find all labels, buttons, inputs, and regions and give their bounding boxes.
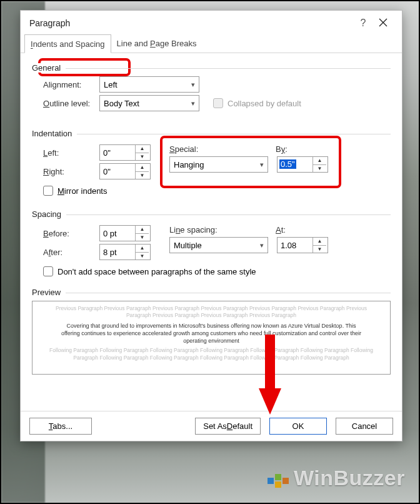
outline-level-label: Outline level: [43,99,99,108]
alignment-select[interactable]: Left ▾ [99,76,199,93]
section-spacing: Spacing [32,209,391,219]
by-spinner[interactable]: 0.5" ▲▼ [277,156,328,173]
preview-sample-text: Covering that ground led to improvements… [59,322,364,345]
spinner-down-icon[interactable]: ▼ [313,165,326,173]
preview-previous-text: Previous Paragraph Previous Paragraph Pr… [44,305,379,320]
section-indentation: Indentation [32,129,391,138]
mirror-indents-checkbox[interactable]: Mirror indents [43,186,391,196]
window-title: Paragraph [29,18,353,28]
section-general: General [32,63,391,73]
indent-right-spinner[interactable]: ▲▼ [99,163,151,179]
section-preview: Preview [32,288,391,297]
alignment-label: Alignment: [43,80,99,89]
tab-line-page-breaks[interactable]: Line and Page Breaks [111,34,202,53]
spinner-down-icon[interactable]: ▼ [136,172,149,179]
preview-following-text: Following Paragraph Following Paragraph … [44,347,379,361]
spinner-down-icon[interactable]: ▼ [136,253,149,260]
at-spinner[interactable]: ▲▼ [277,237,328,253]
indent-left-input[interactable] [100,145,135,160]
indent-left-spinner[interactable]: ▲▼ [99,144,151,161]
indent-left-label: Left: [43,148,99,158]
indent-right-input[interactable] [100,164,135,179]
spinner-down-icon[interactable]: ▼ [313,246,326,253]
no-space-same-style-checkbox[interactable]: Don't add space between paragraphs of th… [43,266,391,276]
cancel-button[interactable]: Cancel [336,418,393,435]
tabs-button[interactable]: Tabs... [29,418,92,435]
tab-bar: Indents and Spacing Line and Page Breaks [21,34,402,53]
preview-box: Previous Paragraph Previous Paragraph Pr… [32,301,391,375]
ok-button[interactable]: OK [269,418,327,435]
collapsed-checkbox: Collapsed by default [213,98,301,108]
content-area: General Alignment: Left ▾ Outline level:… [21,53,402,297]
at-input[interactable] [278,238,312,253]
after-label: After: [43,248,99,257]
svg-rect-0 [268,478,274,484]
chevron-down-icon: ▾ [260,161,264,169]
after-input[interactable] [100,244,135,260]
spinner-up-icon[interactable]: ▲ [136,145,149,153]
special-label: Special: [169,144,276,154]
before-spinner[interactable]: ▲▼ [99,225,151,241]
chevron-down-icon: ▾ [191,81,195,89]
help-button[interactable]: ? [353,18,373,29]
at-label: At: [276,225,286,234]
spinner-up-icon[interactable]: ▲ [313,238,326,246]
logo-icon [266,468,290,489]
chevron-down-icon: ▾ [260,241,264,249]
before-input[interactable] [100,226,135,241]
by-label: By: [276,144,288,154]
spinner-up-icon[interactable]: ▲ [313,157,326,165]
set-default-button[interactable]: Set As Default [195,418,261,435]
special-select[interactable]: Hanging ▾ [169,156,268,173]
watermark: WinBuzzer [266,466,405,490]
spinner-up-icon[interactable]: ▲ [136,226,149,234]
indent-right-label: Right: [43,167,99,176]
spinner-up-icon[interactable]: ▲ [136,164,149,172]
svg-rect-2 [275,481,281,488]
after-spinner[interactable]: ▲▼ [99,244,151,260]
before-label: Before: [43,229,99,238]
chevron-down-icon: ▾ [191,99,195,108]
line-spacing-label: Line spacing: [169,225,276,234]
close-icon [379,18,388,27]
spinner-down-icon[interactable]: ▼ [136,234,149,241]
tab-indents-spacing[interactable]: Indents and Spacing [24,34,111,53]
spinner-up-icon[interactable]: ▲ [136,244,149,253]
svg-rect-3 [282,478,289,484]
svg-rect-1 [275,474,281,480]
title-bar: Paragraph ? [21,11,402,36]
outline-level-select[interactable]: Body Text ▾ [99,95,199,111]
close-button[interactable] [373,18,393,29]
spinner-down-icon[interactable]: ▼ [136,153,149,161]
paragraph-dialog: Paragraph ? Indents and Spacing Line and… [20,10,402,441]
line-spacing-select[interactable]: Multiple ▾ [169,237,268,253]
button-bar: Tabs... Set As Default OK Cancel [21,411,402,441]
